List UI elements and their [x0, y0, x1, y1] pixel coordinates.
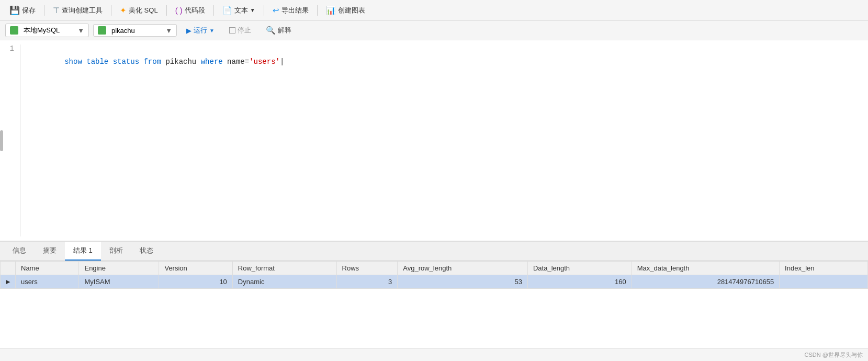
export-button[interactable]: ↩ 导出结果 [268, 4, 313, 17]
col-header-avg-row-length: Avg_row_length [398, 262, 528, 275]
col-header-max-data-length: Max_data_length [632, 262, 779, 275]
beautify-sql-button[interactable]: ✦ 美化 SQL [116, 4, 162, 17]
col-header-index-length: Index_len [780, 262, 868, 275]
run-icon: ▶ [186, 27, 191, 35]
tab-result1[interactable]: 结果 1 [65, 242, 101, 261]
query-builder-button[interactable]: ⊤ 查询创建工具 [49, 4, 107, 17]
save-label: 保存 [22, 6, 36, 15]
explain-label: 解释 [278, 26, 291, 35]
tab-status[interactable]: 状态 [131, 242, 162, 261]
header-indicator [1, 262, 16, 275]
table-header-row: Name Engine Version Row_format Rows Avg_… [1, 262, 868, 275]
text-icon: 📄 [222, 6, 232, 15]
create-chart-label: 创建图表 [338, 6, 365, 15]
line-numbers: 1 [0, 44, 21, 236]
save-icon: 💾 [9, 5, 20, 15]
col-header-row-format: Row_format [232, 262, 336, 275]
tabs-bar: 信息 摘要 结果 1 剖析 状态 [0, 242, 868, 261]
watermark: CSDN @世界尽头与你 [805, 352, 863, 358]
table-row[interactable]: ▶ users MyISAM 10 Dynamic 3 53 160 28147… [1, 275, 868, 289]
run-dropdown-icon: ▼ [209, 28, 215, 33]
beautify-label: 美化 SQL [129, 6, 158, 15]
editor-content[interactable]: 1 show table status from pikachu where n… [0, 40, 868, 241]
col-header-engine: Engine [79, 262, 159, 275]
result-table: Name Engine Version Row_format Rows Avg_… [0, 261, 868, 289]
run-button[interactable]: ▶ 运行 ▼ [181, 24, 220, 37]
divider1 [44, 5, 44, 16]
sql-cursor: | [280, 58, 284, 66]
schema-name: pikachu [111, 27, 135, 35]
sql-keyword-show: show table status [64, 58, 143, 66]
connection-icon [10, 26, 18, 35]
query-builder-label: 查询创建工具 [62, 6, 103, 15]
cell-engine: MyISAM [79, 275, 159, 289]
editor-area: 1 show table status from pikachu where n… [0, 40, 868, 241]
text-button[interactable]: 📄 文本 ▼ [218, 4, 260, 17]
connection-name: 本地MySQL [24, 26, 60, 35]
chart-icon: 📊 [326, 6, 336, 15]
sql-keyword-where: where [201, 58, 223, 66]
sql-plain-name: name= [223, 58, 249, 66]
footer: CSDN @世界尽头与你 [0, 348, 868, 361]
stop-label: 停止 [238, 26, 251, 35]
bottom-panel: 信息 摘要 结果 1 剖析 状态 Name Engine Version Row… [0, 241, 868, 361]
divider2 [111, 5, 111, 16]
stop-button[interactable]: 停止 [224, 24, 256, 37]
connection-chevron-icon: ▼ [77, 27, 84, 35]
schema-select[interactable]: pikachu ▼ [93, 24, 177, 37]
snippet-icon: ( ) [175, 6, 183, 15]
cell-data-length: 160 [527, 275, 632, 289]
snippet-button[interactable]: ( ) 代码段 [171, 4, 209, 17]
col-header-name: Name [16, 262, 79, 275]
sql-keyword-from: from [143, 58, 161, 66]
explain-icon: 🔍 [266, 26, 276, 35]
divider3 [166, 5, 167, 16]
connection-select[interactable]: 本地MySQL ▼ [5, 24, 89, 37]
run-label: 运行 [194, 26, 207, 35]
schema-icon [98, 26, 106, 35]
snippet-label: 代码段 [185, 6, 205, 15]
divider4 [213, 5, 214, 16]
cell-avg-row-length: 53 [398, 275, 528, 289]
code-content[interactable]: show table status from pikachu where nam… [21, 44, 868, 236]
text-label: 文本 [234, 6, 248, 15]
row-indicator: ▶ [1, 275, 16, 289]
cell-rows: 3 [336, 275, 398, 289]
tab-info[interactable]: 信息 [4, 242, 35, 261]
cell-version: 10 [159, 275, 232, 289]
query-builder-icon: ⊤ [53, 6, 60, 15]
tab-profile[interactable]: 剖析 [101, 242, 131, 261]
line-number-1: 1 [6, 44, 14, 53]
toolbar-row2: 本地MySQL ▼ pikachu ▼ ▶ 运行 ▼ 停止 🔍 解释 [0, 21, 868, 40]
save-button[interactable]: 💾 保存 [5, 3, 40, 17]
sql-string-users: 'users' [249, 58, 280, 66]
cell-max-data-length: 281474976710655 [632, 275, 779, 289]
tab-summary[interactable]: 摘要 [35, 242, 65, 261]
create-chart-button[interactable]: 📊 创建图表 [322, 4, 369, 17]
beautify-icon: ✦ [120, 6, 127, 15]
text-dropdown-icon: ▼ [250, 7, 255, 13]
cell-row-format: Dynamic [232, 275, 336, 289]
cell-name: users [16, 275, 79, 289]
divider6 [317, 5, 318, 16]
col-header-rows: Rows [336, 262, 398, 275]
divider5 [264, 5, 264, 16]
export-label: 导出结果 [281, 6, 309, 15]
result-table-container[interactable]: Name Engine Version Row_format Rows Avg_… [0, 261, 868, 348]
explain-button[interactable]: 🔍 解释 [261, 24, 297, 37]
stop-icon [229, 27, 235, 33]
sql-plain-schema: pikachu [161, 58, 201, 66]
col-header-data-length: Data_length [527, 262, 632, 275]
schema-chevron-icon: ▼ [165, 27, 172, 35]
export-icon: ↩ [273, 6, 279, 15]
code-line-1: show table status from pikachu where nam… [29, 44, 860, 80]
col-header-version: Version [159, 262, 232, 275]
toolbar-row1: 💾 保存 ⊤ 查询创建工具 ✦ 美化 SQL ( ) 代码段 📄 文本 ▼ ↩ … [0, 0, 868, 21]
scroll-indicator[interactable] [0, 130, 3, 151]
cell-index-length [780, 275, 868, 289]
